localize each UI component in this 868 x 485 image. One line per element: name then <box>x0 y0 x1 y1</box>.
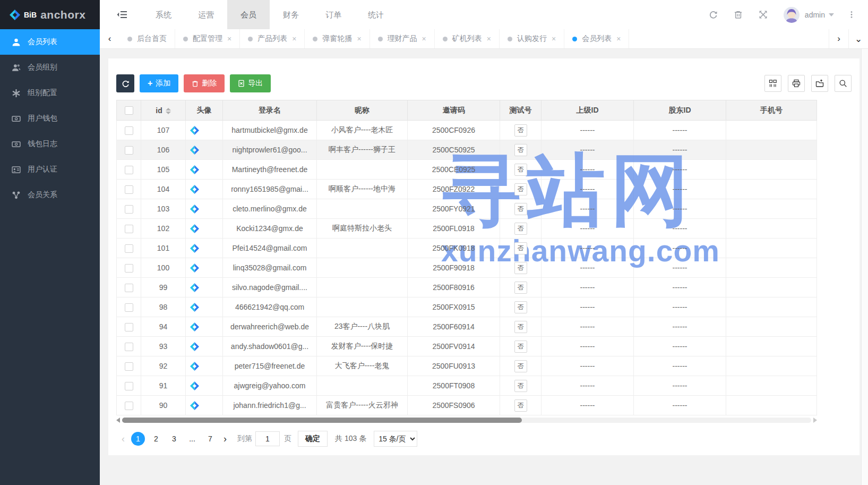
row-checkbox[interactable] <box>125 323 133 331</box>
row-checkbox[interactable] <box>125 205 133 214</box>
row-checkbox[interactable] <box>125 303 133 312</box>
wallet-log-icon <box>12 140 21 149</box>
row-checkbox[interactable] <box>125 185 133 194</box>
cell-shareholder: ------ <box>634 258 726 278</box>
toolbar: + 添加 删除 <box>116 74 852 92</box>
browser-scrollbar[interactable] <box>861 49 868 485</box>
tab-close-icon[interactable]: × <box>357 35 361 43</box>
scrollbar-thumb[interactable] <box>122 418 522 423</box>
topnav-item-finance[interactable]: 财务 <box>270 0 312 29</box>
tab-product-list[interactable]: 产品列表× <box>240 29 305 48</box>
test-account-badge: 否 <box>514 203 527 215</box>
sidebar-item-wallet-log[interactable]: 钱包日志 <box>0 131 100 157</box>
cell-avatar <box>186 317 223 337</box>
next-page-button[interactable]: › <box>219 433 231 445</box>
table-row: 106nightprowler61@goo...啊丰客户------狮子王250… <box>117 140 817 160</box>
tab-close-icon[interactable]: × <box>552 35 556 43</box>
tab-dot-icon <box>378 37 383 41</box>
page-button-1[interactable]: 1 <box>131 432 145 446</box>
row-checkbox[interactable] <box>125 225 133 233</box>
tab-close-icon[interactable]: × <box>292 35 296 43</box>
tabs-scroll-left-icon[interactable]: ‹ <box>100 29 119 48</box>
tabs-menu-icon[interactable]: ⌄ <box>848 29 868 48</box>
tab-subscription-issue[interactable]: 认购发行× <box>500 29 564 48</box>
column-header-id[interactable]: id <box>141 100 186 121</box>
sidebar-item-group-config[interactable]: 组别配置 <box>0 80 100 106</box>
topnav-item-order[interactable]: 订单 <box>312 0 355 29</box>
tab-dashboard[interactable]: 后台首页 <box>119 29 175 48</box>
topnav-item-statistics[interactable]: 统计 <box>355 0 397 29</box>
cell-code: 2500F90918 <box>408 258 500 278</box>
cell-login: 466621942@qq.com <box>223 297 317 317</box>
refresh-table-button[interactable] <box>116 74 134 92</box>
tab-member-list[interactable]: 会员列表× <box>564 29 629 48</box>
scrollbar-track[interactable] <box>122 418 811 423</box>
sidebar-item-user-wallet[interactable]: 用户钱包 <box>0 106 100 131</box>
refresh-icon[interactable] <box>709 10 718 19</box>
content-area: + 添加 删除 <box>100 49 868 485</box>
delete-button[interactable]: 删除 <box>184 74 225 92</box>
row-checkbox[interactable] <box>125 146 133 155</box>
tab-popup-carousel[interactable]: 弹窗轮播× <box>305 29 369 48</box>
id-card-icon <box>12 165 21 174</box>
topnav-item-member[interactable]: 会员 <box>227 0 270 29</box>
tab-config[interactable]: 配置管理× <box>175 29 240 48</box>
topnav-item-operation[interactable]: 运营 <box>185 0 227 29</box>
search-icon[interactable] <box>835 75 852 92</box>
confirm-page-button[interactable]: 确定 <box>298 431 328 447</box>
brand-logo[interactable]: BiB anchorx <box>0 0 100 29</box>
member-avatar-icon <box>190 224 218 233</box>
print-icon[interactable] <box>788 75 805 92</box>
scroll-right-arrow-icon[interactable] <box>813 418 817 423</box>
export-data-icon[interactable] <box>811 75 828 92</box>
sidebar-item-member-list[interactable]: 会员列表 <box>0 29 100 55</box>
tab-close-icon[interactable]: × <box>227 35 231 43</box>
sidebar-item-user-auth[interactable]: 用户认证 <box>0 157 100 182</box>
export-file-icon <box>238 80 245 87</box>
page-button-7[interactable]: 7 <box>203 432 217 446</box>
cell-parent: ------ <box>542 258 634 278</box>
fullscreen-icon[interactable] <box>759 10 768 19</box>
tabs-scroll-right-icon[interactable]: › <box>829 29 848 48</box>
cell-code: 2500FU0913 <box>408 356 500 376</box>
export-button[interactable]: 导出 <box>230 74 271 92</box>
prev-page-button[interactable]: ‹ <box>117 433 129 445</box>
sidebar-item-member-groups[interactable]: 会员组别 <box>0 55 100 80</box>
tab-close-icon[interactable]: × <box>487 35 491 43</box>
sidebar-item-member-relations[interactable]: 会员关系 <box>0 182 100 208</box>
tab-finance-products[interactable]: 理财产品× <box>370 29 435 48</box>
cell-test: 否 <box>500 239 542 258</box>
more-vertical-icon[interactable] <box>848 10 855 19</box>
avatar[interactable] <box>784 7 800 23</box>
select-all-checkbox[interactable] <box>125 106 133 115</box>
scroll-left-arrow-icon[interactable] <box>116 418 120 423</box>
row-checkbox[interactable] <box>125 343 133 351</box>
row-checkbox[interactable] <box>125 362 133 371</box>
row-checkbox[interactable] <box>125 382 133 390</box>
tab-close-icon[interactable]: × <box>422 35 426 43</box>
tab-miner-list[interactable]: 矿机列表× <box>435 29 500 48</box>
cell-login: linq35028@gmail.com <box>223 258 317 278</box>
page-button-3[interactable]: 3 <box>167 432 181 446</box>
goto-page-input[interactable] <box>255 431 280 446</box>
row-checkbox[interactable] <box>125 244 133 253</box>
columns-toggle-icon[interactable] <box>764 75 781 92</box>
per-page-select[interactable]: 15 条/页 <box>374 431 417 447</box>
topnav-item-system[interactable]: 系统 <box>142 0 185 29</box>
add-button[interactable]: + 添加 <box>140 74 178 92</box>
collapse-sidebar-icon[interactable] <box>117 11 127 19</box>
user-menu[interactable]: admin <box>805 11 834 19</box>
cell-parent: ------ <box>542 239 634 258</box>
cell-parent: ------ <box>542 317 634 337</box>
row-checkbox[interactable] <box>125 402 133 410</box>
row-checkbox[interactable] <box>125 166 133 174</box>
row-checkbox[interactable] <box>125 126 133 135</box>
sort-icon[interactable] <box>166 108 171 114</box>
cell-avatar <box>186 356 223 376</box>
cell-avatar <box>186 180 223 199</box>
row-checkbox[interactable] <box>125 284 133 292</box>
trash-icon[interactable] <box>734 10 743 19</box>
tab-close-icon[interactable]: × <box>616 35 621 43</box>
page-button-2[interactable]: 2 <box>149 432 163 446</box>
row-checkbox[interactable] <box>125 264 133 273</box>
